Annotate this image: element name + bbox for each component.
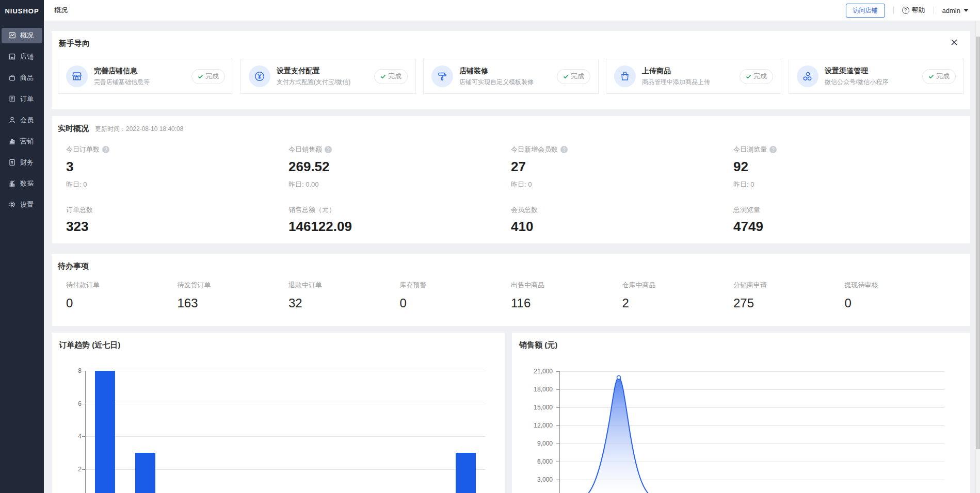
sidebar-item-finance[interactable]: 财务: [2, 155, 42, 170]
y-tick-label: 12,000: [529, 422, 553, 429]
guide-card-upload-goods[interactable]: 上传商品 商品管理中添加商品上传 完成: [606, 59, 781, 94]
sidebar-item-order[interactable]: 订单: [2, 91, 42, 107]
order-bar: [95, 371, 115, 493]
stat-total-value: 323: [66, 219, 288, 235]
visit-shop-button[interactable]: 访问店铺: [846, 4, 885, 18]
y-axis: [85, 371, 86, 493]
y-tick-label: 21,000: [529, 368, 553, 375]
guide-card-desc: 商品管理中添加商品上传: [642, 78, 710, 87]
todo-item-distributor-apply[interactable]: 分销商申请275: [733, 281, 845, 310]
sidebar-item-label: 数据: [20, 179, 34, 188]
done-badge: 完成: [740, 69, 773, 84]
guide-card-title: 设置支付配置: [277, 67, 350, 76]
guide-card-title: 店铺装修: [459, 67, 534, 76]
guide-card-desc: 微信公众号/微信小程序: [825, 78, 888, 87]
stat-yesterday: 昨日: 0: [511, 180, 733, 189]
divider: [893, 7, 894, 14]
close-icon[interactable]: [950, 38, 959, 47]
shop-icon: [8, 53, 16, 60]
marketing-icon: [8, 137, 16, 145]
topbar: 概况 访问店铺 帮助 admin: [44, 0, 980, 21]
scrollbar-thumb[interactable]: [976, 37, 980, 449]
sidebar-item-goods[interactable]: 商品: [2, 70, 42, 86]
sidebar-item-label: 商品: [20, 73, 34, 83]
sidebar-item-label: 订单: [20, 94, 34, 104]
sidebar-item-shop[interactable]: 店铺: [2, 49, 42, 64]
sidebar-item-settings[interactable]: 设置: [2, 197, 42, 212]
stat-value: 269.52: [288, 159, 511, 175]
area-fill: [583, 377, 654, 493]
guide-title: 新手导向: [59, 39, 90, 48]
stat-today-sales: 今日销售额 269.52 昨日: 0.00 销售总额（元） 146122.09: [288, 142, 511, 235]
stat-total-value: 146122.09: [288, 219, 511, 235]
done-badge: 完成: [922, 69, 956, 84]
check-icon: [198, 74, 203, 79]
stat-value: 92: [733, 159, 956, 175]
sidebar-item-label: 财务: [20, 158, 34, 167]
storefront-icon: [66, 65, 88, 87]
stat-total-label: 销售总额（元）: [288, 205, 511, 215]
sidebar-item-label: 设置: [20, 200, 34, 209]
realtime-title: 实时概况: [58, 124, 89, 134]
stat-today-views: 今日浏览量 92 昨日: 0 总浏览量 4749: [733, 142, 956, 235]
todo-item-refunding[interactable]: 退款中订单32: [288, 281, 400, 310]
todo-item-in-warehouse[interactable]: 仓库中商品2: [622, 281, 734, 310]
todo-title: 待办事项: [58, 261, 89, 271]
guide-card-store-info[interactable]: 完善店铺信息 完善店铺基础信息等 完成: [58, 59, 233, 94]
guide-card-channel[interactable]: 设置渠道管理 微信公众号/微信小程序 完成: [789, 59, 964, 94]
stat-value: 3: [66, 159, 288, 175]
decorate-icon: [431, 65, 453, 87]
data-icon: [8, 179, 16, 187]
realtime-stats-grid: 今日订单数 3 昨日: 0 订单总数 323 今日销售额 269.52 昨日: …: [66, 142, 956, 235]
username: admin: [942, 7, 960, 14]
todo-item-on-sale[interactable]: 出售中商品116: [511, 281, 622, 310]
guide-cards-row: 完善店铺信息 完善店铺基础信息等 完成 设置支付配置 支付方式配置(支付宝/微信…: [58, 59, 964, 94]
sidebar-nav: 概况 店铺 商品 订单 会员 营销 财务 数据: [0, 22, 44, 215]
stat-value: 27: [511, 159, 733, 175]
divider: [934, 7, 934, 14]
chevron-down-icon: [963, 9, 969, 12]
payment-icon: [249, 65, 270, 87]
order-icon: [8, 95, 16, 103]
sidebar-item-data[interactable]: 数据: [2, 176, 42, 191]
guide-card-desc: 完善店铺基础信息等: [94, 78, 150, 87]
todo-item-unpaid[interactable]: 待付款订单0: [66, 281, 178, 310]
help-icon: [102, 146, 109, 153]
finance-icon: [8, 158, 16, 166]
todo-panel: 待办事项 待付款订单0 待发货订单163 退款中订单32 库存预警0 出售中商品…: [52, 254, 970, 326]
stat-today-orders: 今日订单数 3 昨日: 0 订单总数 323: [66, 142, 288, 235]
stat-yesterday: 昨日: 0: [733, 180, 956, 189]
check-icon: [928, 74, 934, 79]
sidebar-item-member[interactable]: 会员: [2, 112, 42, 128]
todo-grid: 待付款订单0 待发货订单163 退款中订单32 库存预警0 出售中商品116 仓…: [66, 281, 956, 310]
question-circle-icon: [902, 7, 909, 14]
goods-icon: [8, 74, 16, 81]
stat-yesterday: 昨日: 0.00: [288, 180, 511, 189]
y-tick-label: 6: [58, 400, 82, 407]
todo-item-to-ship[interactable]: 待发货订单163: [178, 281, 289, 310]
todo-item-withdraw-review[interactable]: 提现待审核0: [845, 281, 956, 310]
channel-icon: [797, 65, 818, 87]
guide-card-payment[interactable]: 设置支付配置 支付方式配置(支付宝/微信) 完成: [240, 59, 416, 94]
guide-card-desc: 支付方式配置(支付宝/微信): [277, 78, 350, 87]
help-icon: [560, 146, 568, 153]
realtime-overview-panel: 实时概况 更新时间：2022-08-10 18:40:08 今日订单数 3 昨日…: [52, 116, 970, 243]
help-button[interactable]: 帮助: [902, 6, 925, 15]
sidebar-item-overview[interactable]: 概况: [2, 28, 42, 43]
y-tick-label: 3,000: [529, 476, 553, 483]
check-icon: [746, 74, 751, 79]
order-trend-chart: 8642: [52, 333, 505, 493]
y-tick-label: 9,000: [529, 440, 553, 447]
breadcrumb: 概况: [54, 6, 68, 15]
guide-card-decorate[interactable]: 店铺装修 店铺可实现自定义模板装修 完成: [423, 59, 599, 94]
vertical-scrollbar[interactable]: [975, 21, 980, 493]
order-bar: [456, 453, 476, 493]
order-bar: [135, 453, 155, 493]
guide-card-desc: 店铺可实现自定义模板装修: [459, 78, 534, 87]
sidebar: NIUSHOP 概况 店铺 商品 订单 会员 营销 财务: [0, 0, 44, 493]
user-menu[interactable]: admin: [942, 7, 970, 14]
stat-total-label: 会员总数: [511, 205, 733, 215]
gridline: [85, 404, 486, 404]
todo-item-stock-warning[interactable]: 库存预警0: [400, 281, 511, 310]
sidebar-item-marketing[interactable]: 营销: [2, 134, 42, 149]
